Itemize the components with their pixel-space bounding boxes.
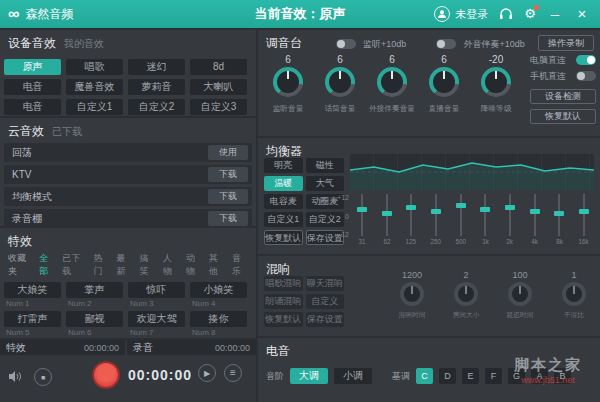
device-effect-button[interactable]: 8d [190,59,247,75]
sound-effect-button[interactable]: 打雷声 [4,311,61,327]
dry-wet-knob[interactable] [562,282,586,306]
eq-slider[interactable] [357,194,367,236]
eq-preset-button[interactable]: 明亮 [264,158,303,173]
eq-slider[interactable] [505,194,515,236]
phone-direct-toggle[interactable] [576,71,596,81]
eq-preset-button[interactable]: 大气 [306,176,345,191]
noise-reduction-knob[interactable] [481,67,511,97]
device-check-button[interactable]: 设备检测 [530,89,596,104]
recordings-list-button[interactable]: ≡ [224,364,242,382]
sound-effect-button[interactable]: 掌声 [66,282,123,298]
pc-direct-toggle[interactable] [576,55,596,65]
eq-slider[interactable] [554,194,564,236]
reverb-preset-button[interactable]: 自定义 [306,294,345,309]
reverb-preset-button[interactable]: 朗诵混响 [264,294,303,309]
eq-preset-button[interactable]: 自定义1 [264,212,303,227]
login-button[interactable]: 未登录 [434,6,488,22]
cloud-effect-row[interactable]: 录音棚 下载 [4,209,252,228]
device-effect-button[interactable]: 唱歌 [66,59,123,75]
fx-tab[interactable]: 人物 [163,252,179,278]
live-volume-knob[interactable] [429,67,459,97]
key-button[interactable]: G [508,368,525,384]
key-button[interactable]: C [416,368,433,384]
cloud-effect-row[interactable]: KTV 下载 [4,165,252,184]
device-effect-button[interactable]: 原声 [4,59,61,75]
device-effect-button[interactable]: 电音 [4,79,61,95]
eq-band-freq: 1k [482,238,489,244]
eq-slider[interactable] [431,194,441,236]
eq-preset-button[interactable]: 磁性 [306,158,345,173]
eq-preset-button[interactable]: 电容麦 [264,194,303,209]
eq-slider[interactable] [530,194,540,236]
sound-effect-button[interactable]: 大娘笑 [4,282,61,298]
speaker-icon[interactable] [8,370,23,385]
eq-band: 250 [426,194,446,245]
eq-slider[interactable] [480,194,490,236]
operation-record-button[interactable]: 操作录制 [538,35,594,51]
sound-effect-button[interactable]: 欢迎大驾 [128,311,185,327]
major-scale-button[interactable]: 大调 [290,368,328,384]
minor-scale-button[interactable]: 小调 [334,368,372,384]
reverb-restore-button[interactable]: 恢复默认 [264,312,303,327]
eq-slider[interactable] [456,194,466,236]
key-button[interactable]: D [439,368,456,384]
reverb-preset-button[interactable]: 唱歌混响 [264,276,303,291]
reverb-save-button[interactable]: 保存设置 [306,312,345,327]
sound-effect-button[interactable]: 揍你 [190,311,247,327]
gear-icon[interactable]: ⚙ [524,7,536,21]
device-effect-button[interactable]: 自定义2 [128,99,185,115]
minimize-button[interactable]: – [547,6,563,22]
key-button[interactable]: B [554,368,571,384]
fx-tab[interactable]: 全部 [39,252,55,278]
key-button[interactable]: E [462,368,479,384]
key-button[interactable]: A [531,368,548,384]
download-button[interactable]: 下载 [208,189,248,204]
device-effect-button[interactable]: 魔兽音效 [66,79,123,95]
device-effect-button[interactable]: 大喇叭 [190,79,247,95]
fx-tab[interactable]: 已下载 [62,252,86,278]
device-effect-button[interactable]: 电音 [4,99,61,115]
fx-tab[interactable]: 音乐 [232,252,248,278]
eq-slider[interactable] [382,194,392,236]
restore-default-button[interactable]: 恢复默认 [530,109,596,124]
reverb-preset-button[interactable]: 聊天混响 [306,276,345,291]
device-effect-button[interactable]: 迷幻 [128,59,185,75]
download-button[interactable]: 下载 [208,211,248,226]
fx-tab[interactable]: 热门 [93,252,109,278]
sound-effect-button[interactable]: 惊吓 [128,282,185,298]
device-effect-button[interactable]: 自定义3 [190,99,247,115]
headset-icon[interactable] [499,8,513,20]
fx-tab[interactable]: 动物 [186,252,202,278]
delay-time-knob[interactable] [508,282,532,306]
sound-effect-item: 打雷声 Num 5 [4,311,61,338]
sound-effect-button[interactable]: 鄙视 [66,311,123,327]
mic-volume-knob[interactable] [325,67,355,97]
ext-accompaniment-volume-knob[interactable] [377,67,407,97]
fx-tab[interactable]: 其他 [209,252,225,278]
noise-reduction-label: 降噪等级 [481,103,512,114]
reverb-time-knob[interactable] [400,282,424,306]
close-button[interactable]: × [574,6,590,22]
use-button[interactable]: 使用 [208,145,248,160]
device-effect-button[interactable]: 自定义1 [66,99,123,115]
sound-effect-button[interactable]: 小娘笑 [190,282,247,298]
key-button[interactable]: F [485,368,502,384]
fx-stop-button[interactable]: ■ [34,368,52,386]
fx-tab[interactable]: 最新 [116,252,132,278]
accompaniment-boost-toggle[interactable] [436,39,456,49]
download-button[interactable]: 下载 [208,167,248,182]
eq-slider[interactable] [406,194,416,236]
room-size-knob[interactable] [454,282,478,306]
cloud-effect-row[interactable]: 均衡模式 下载 [4,187,252,206]
eq-band-freq: 125 [406,238,417,244]
eq-preset-button[interactable]: 温暖 [264,176,303,191]
record-button[interactable] [92,361,120,389]
eq-restore-button[interactable]: 恢复默认 [264,230,303,245]
eq-slider[interactable] [579,194,589,236]
monitor-boost-toggle[interactable] [336,39,356,49]
device-effect-button[interactable]: 萝莉音 [128,79,185,95]
cloud-effect-row[interactable]: 回荡 使用 [4,143,252,162]
monitor-volume-knob[interactable] [273,67,303,97]
fx-tab[interactable]: 搞笑 [140,252,156,278]
play-button[interactable]: ▶ [198,364,216,382]
